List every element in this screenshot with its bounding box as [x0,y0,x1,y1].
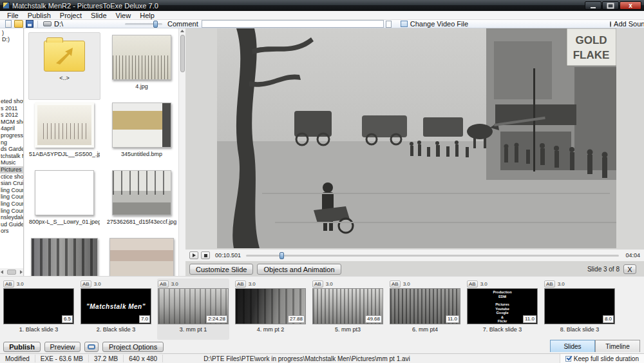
ab-transition-chip[interactable]: AB [544,280,555,288]
add-sound-button[interactable]: Add Sound or Voice [614,20,644,28]
tree-item[interactable]: sian Cruise [0,180,23,187]
keep-duration-option[interactable]: Keep full slide duration [560,354,644,363]
menu-publish[interactable]: Publish [23,12,55,19]
file-item[interactable]: 51ABA5YPDJL__SS500_.jpeg [28,100,100,168]
slide-thumbnail[interactable]: 49.68 [312,288,383,324]
video-preview[interactable]: GOLD FLAKE [217,28,616,248]
file-item[interactable] [106,235,178,276]
tree-horizontal-scrollbar[interactable] [0,268,24,276]
file-item[interactable]: 800px-L_S__Lowry_01.jpeg [28,168,100,235]
scroll-up-icon[interactable] [180,30,184,32]
ab-transition-chip[interactable]: AB [3,280,14,288]
thumbnail-size-slider[interactable] [125,23,162,25]
tab-timeline[interactable]: Timeline [595,340,640,352]
tree-item[interactable]: ng [0,139,23,146]
ab-transition-chip[interactable]: AB [235,280,246,288]
menu-file[interactable]: File [3,12,23,19]
tree-item[interactable]: MGM shots [0,119,23,126]
slide-item-7[interactable]: AB 3.0 Production EDM Pictures Youtube G… [466,279,538,340]
tree-scrollbar-thumb[interactable] [7,270,16,275]
tree-item[interactable]: progress [0,132,23,139]
tree-item-pictures-selected[interactable]: Pictures [0,166,23,173]
tree-item[interactable]: ud Guides & [0,221,23,228]
slide-item-6[interactable]: AB 3.0 11.0 6. mm pt4 [389,279,461,340]
wizard-button[interactable] [84,342,99,352]
slide-thumbnail[interactable]: 11.0 [390,288,460,324]
tree-item[interactable]: ling Court A [0,201,23,208]
tree-item-drive-c[interactable]: ) [1,30,23,36]
file-item[interactable]: 4.jpg [106,32,178,100]
slide-thumbnail[interactable]: "Matchstalk Men" 7.0 [80,288,151,324]
slide-item-8[interactable]: AB 3.0 8.0 8. Black slide 3 [544,279,616,340]
tree-item[interactable]: 4april [0,125,23,132]
slide-thumbnail[interactable]: 8.0 [544,288,615,324]
ab-transition-chip[interactable]: AB [390,280,401,288]
open-project-icon[interactable] [14,20,23,28]
player-seek-thumb[interactable] [279,252,284,259]
slide-item-4[interactable]: AB 3.0 27.88 4. mm pt 2 [234,279,307,340]
tree-item[interactable]: ds Garden [0,146,23,153]
thumbnail-scrollbar-thumb[interactable] [180,35,185,72]
keep-duration-checkbox[interactable] [565,356,571,362]
tree-item[interactable]: tchstalk Me [0,153,23,160]
tree-item[interactable]: nsleydale Sh [0,214,23,221]
tree-item-drive-d[interactable]: D:) [1,36,23,43]
file-item[interactable] [28,235,100,276]
scroll-right-icon[interactable] [20,270,23,274]
play-button[interactable] [189,251,198,259]
tree-item[interactable]: s 2012 [0,112,23,119]
tab-slides[interactable]: Slides [550,340,595,352]
file-item-parent-folder[interactable]: <..> [28,32,100,100]
close-button[interactable] [620,1,641,10]
comment-note-icon[interactable] [386,21,392,28]
tree-item[interactable]: ling Court 2 [0,187,23,194]
tree-item[interactable]: Music [0,159,23,166]
ab-transition-chip[interactable]: AB [80,280,91,288]
close-preview-button[interactable]: X [623,264,636,274]
slide-item-1[interactable]: AB 3.0 6.5 1. Black slide 3 [3,279,75,340]
tree-item[interactable]: ling Court A [0,193,23,201]
slide-thumbnail[interactable]: Production EDM Pictures Youtube Google &… [467,288,538,324]
ab-transition-chip[interactable]: AB [467,280,478,288]
comment-input[interactable] [202,20,384,28]
slide-thumbnail[interactable]: 6.5 [3,288,74,324]
player-seek-slider[interactable] [246,255,619,257]
player-current-time: 00:10.501 [215,252,241,259]
slide-thumbnail[interactable]: 27.88 [235,288,306,324]
slide-caption: 4. mm pt 2 [235,326,306,333]
ab-transition-chip[interactable]: AB [312,280,323,288]
thumbnail-image [112,35,171,80]
change-video-file-button[interactable]: Change Video File [401,20,468,28]
menu-slide[interactable]: Slide [86,12,111,19]
objects-animation-button[interactable]: Objects and Animation [257,264,341,275]
publish-button[interactable]: Publish [3,342,41,352]
tree-item[interactable]: ctice shows [0,173,23,181]
file-item[interactable]: 275362681_d15f43eccf.jpg [106,168,178,235]
new-project-icon[interactable] [5,20,12,28]
customize-slide-button[interactable]: Customize Slide [189,264,253,275]
slide-item-5[interactable]: AB 3.0 49.68 5. mm pt3 [312,279,384,340]
menu-project[interactable]: Project [55,12,86,19]
minimize-button[interactable] [585,1,601,10]
maximize-button[interactable] [602,1,619,10]
slide-thumbnail[interactable]: 2:24.28 [158,288,229,324]
ab-transition-chip[interactable]: AB [158,280,169,288]
menu-help[interactable]: Help [135,12,159,19]
file-item[interactable]: 345untitled.bmp [106,100,178,168]
scroll-left-icon[interactable] [1,270,3,274]
transition-duration: 3.0 [249,281,256,287]
drive-path-combo[interactable]: D:\ [41,20,66,28]
save-project-icon[interactable] [26,20,33,28]
tree-item[interactable]: ors [0,228,23,235]
tree-item[interactable]: s 2011 [0,105,23,112]
stop-button[interactable] [201,251,210,259]
preview-button[interactable]: Preview [44,342,80,352]
tree-item[interactable]: ling Court C [0,208,23,215]
project-options-button[interactable]: Project Options [102,342,164,352]
tree-item[interactable]: eted shows [0,98,23,105]
menu-view[interactable]: View [111,12,136,19]
slide-item-3-selected[interactable]: AB 3.0 2:24.28 3. mm pt 1 [157,279,229,340]
thumbnail-size-slider-thumb[interactable] [153,21,158,28]
thumbnail-vertical-scrollbar[interactable] [178,28,185,276]
slide-item-2[interactable]: AB 3.0 "Matchstalk Men" 7.0 2. Black sli… [80,279,152,340]
